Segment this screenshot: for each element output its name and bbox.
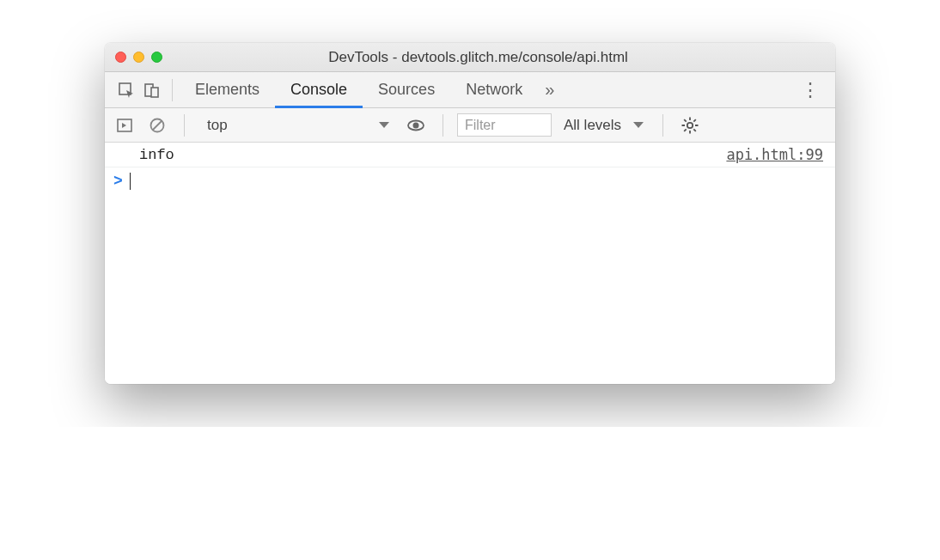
clear-console-icon[interactable]: [144, 113, 170, 138]
titlebar: DevTools - devtools.glitch.me/console/ap…: [105, 43, 835, 72]
separator: [184, 114, 185, 137]
console-empty-area[interactable]: [105, 195, 835, 384]
log-source-link[interactable]: api.html:99: [726, 146, 823, 163]
svg-point-7: [413, 122, 419, 128]
separator: [172, 79, 173, 101]
console-settings-icon[interactable]: [677, 113, 703, 138]
devtools-window: DevTools - devtools.glitch.me/console/ap…: [105, 43, 835, 384]
tab-console[interactable]: Console: [275, 73, 363, 108]
toggle-sidebar-icon[interactable]: [112, 113, 137, 138]
chevron-down-icon: [633, 122, 644, 128]
svg-line-13: [684, 119, 687, 122]
tab-sources[interactable]: Sources: [363, 73, 450, 108]
console-toolbar: top All levels: [105, 108, 835, 143]
tabs-bar: Elements Console Sources Network » ⋮: [105, 72, 835, 108]
tab-network[interactable]: Network: [450, 73, 538, 108]
log-row: info api.html:99: [105, 143, 835, 167]
log-levels-selector[interactable]: All levels: [559, 117, 649, 134]
svg-line-15: [684, 129, 687, 131]
console-prompt[interactable]: >: [105, 167, 835, 195]
svg-rect-2: [151, 88, 158, 97]
svg-line-16: [693, 119, 696, 122]
chevron-down-icon: [379, 122, 389, 128]
prompt-chevron-icon: >: [113, 173, 123, 190]
more-tabs-button[interactable]: »: [538, 80, 558, 100]
settings-menu-button[interactable]: ⋮: [794, 79, 827, 101]
svg-line-5: [153, 121, 162, 130]
context-selector[interactable]: top: [198, 113, 396, 137]
live-expression-icon[interactable]: [403, 113, 429, 138]
close-window-button[interactable]: [115, 52, 126, 63]
device-toolbar-icon[interactable]: [139, 77, 165, 103]
svg-line-14: [693, 129, 696, 131]
panel-tabs: Elements Console Sources Network: [180, 72, 538, 107]
tab-elements[interactable]: Elements: [180, 73, 275, 108]
window-title: DevTools - devtools.glitch.me/console/ap…: [131, 49, 825, 66]
context-selector-label: top: [207, 117, 228, 134]
svg-point-8: [687, 122, 693, 127]
log-message: info: [139, 147, 726, 163]
console-output: info api.html:99 >: [105, 143, 835, 384]
text-cursor: [130, 173, 131, 190]
separator: [443, 114, 443, 137]
log-levels-label: All levels: [564, 117, 621, 134]
inspect-element-icon[interactable]: [113, 77, 139, 103]
separator: [662, 114, 663, 137]
filter-input[interactable]: [457, 113, 552, 137]
